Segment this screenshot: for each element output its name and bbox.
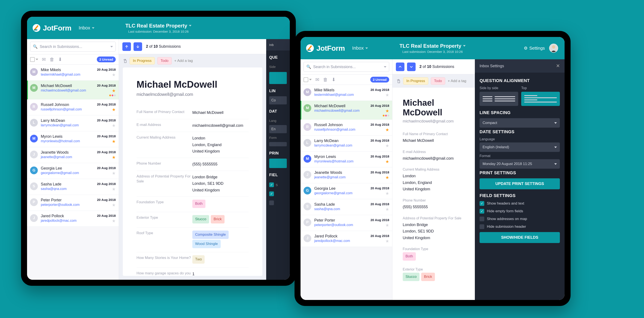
list-item[interactable]: PPeter Porterpeterporter@outlook.com20 A… [300, 215, 392, 231]
logo-icon [33, 24, 40, 32]
star-icon[interactable]: ★ [112, 218, 116, 223]
list-item[interactable]: MMyron Lewismyronlewis@hotmail.com20 Aug… [300, 151, 392, 167]
user-avatar[interactable] [549, 44, 558, 53]
checkbox-show-headers[interactable]: ✓Show headers and text [480, 201, 560, 206]
star-icon[interactable]: ★ [112, 155, 116, 160]
star-icon[interactable]: ★ [112, 88, 116, 93]
list-item-meta: 20 Aug 2018★ [370, 154, 389, 164]
list-item[interactable]: RRussell Johnsonrusselljohnson@gmail.com… [27, 100, 119, 115]
list-item[interactable]: JJared Pollockjaredpollock@mac.com20 Aug… [27, 211, 119, 227]
next-button[interactable] [134, 42, 142, 51]
inbox-dropdown[interactable]: Inbox [79, 25, 95, 31]
list-item[interactable]: MMyron Lewismyronlewis@hotmail.com20 Aug… [27, 131, 119, 147]
line-spacing-select[interactable]: Compact [480, 118, 560, 128]
list-item[interactable]: MMichael McDowellmichaelmcdowell@gmail.c… [300, 101, 392, 120]
tag-todo[interactable]: Todo [431, 77, 445, 85]
list-item[interactable]: PPeter Porterpeterporter@outlook.com20 A… [27, 195, 119, 211]
list-item[interactable]: LLarry McDeanlarrymcdean@gmail.com20 Aug… [300, 136, 392, 151]
list-item[interactable]: RRussell Johnsonrusselljohnson@gmail.com… [300, 120, 392, 136]
inbox-dropdown[interactable]: Inbox [352, 45, 368, 51]
select-all-checkbox[interactable] [30, 57, 35, 62]
checkbox-hide-empty[interactable]: ✓Hide empty form fields [480, 209, 560, 214]
avatar-initial: R [30, 103, 38, 111]
list-item[interactable]: MMike Mikelstestermikhael@gmail.com20 Au… [27, 65, 119, 81]
next-button[interactable] [407, 63, 416, 71]
star-icon[interactable]: ★ [385, 127, 389, 132]
star-icon[interactable]: ★ [385, 143, 389, 148]
tag-in-progress[interactable]: In Progress [403, 77, 428, 85]
list-item-meta: 20 Aug 2018★ [97, 198, 116, 208]
close-icon[interactable]: ✕ [556, 63, 560, 69]
list-item[interactable]: MMike Mikelstestermikhael@gmail.com20 Au… [300, 85, 392, 101]
list-item[interactable]: JJeanette Woodsjeanette@gmail.com20 Aug … [27, 147, 119, 163]
list-item[interactable]: JJeanette Woodsjeanette@gmail.com20 Aug … [300, 167, 392, 183]
star-icon[interactable]: ★ [112, 171, 116, 176]
update-print-button[interactable]: UPDATE PRINT SETTINGS [480, 178, 560, 189]
field-row: Phone Number(555) 5555555 [136, 158, 248, 171]
list-item[interactable]: MMichael McDowellmichaelmcdowell@gmail.c… [27, 81, 119, 100]
tag-in-progress[interactable]: In Progress [130, 57, 155, 65]
star-icon[interactable]: ★ [112, 139, 116, 144]
list-item[interactable]: SSasha Ladesasha@qna.com20 Aug 2018★ [300, 199, 392, 215]
download-icon[interactable]: ⬇ [331, 77, 336, 83]
star-icon[interactable]: ★ [385, 238, 389, 244]
alignment-side-by-side[interactable]: Side by side [480, 86, 518, 106]
star-icon[interactable]: ★ [385, 223, 389, 228]
prev-button[interactable] [122, 42, 131, 51]
star-icon[interactable]: ★ [112, 107, 116, 112]
trash-icon[interactable]: 🗑 [49, 57, 54, 62]
chip: Composite Shingle [192, 230, 228, 239]
list-item[interactable]: SSasha Ladesasha@qna.com20 Aug 2018★ [27, 179, 119, 195]
format-label: Format [480, 154, 560, 158]
list-item-name: Larry McDean [41, 118, 94, 123]
star-icon[interactable]: ★ [112, 72, 116, 77]
star-icon[interactable]: ★ [112, 186, 116, 192]
mail-icon[interactable]: ✉ [315, 77, 320, 83]
list-item[interactable]: JJared Pollockjaredpollock@mac.com20 Aug… [300, 231, 392, 247]
list-item[interactable]: GGeorgia Leegeorgialorne@gmail.com20 Aug… [300, 183, 392, 199]
unread-badge[interactable]: 2 Unread [97, 57, 116, 62]
mail-icon[interactable]: ✉ [41, 57, 46, 62]
star-icon[interactable]: ★ [385, 175, 389, 180]
submissions-list[interactable]: MMike Mikelstestermikhael@gmail.com20 Au… [27, 65, 119, 280]
field-value: StuccoBrick [192, 215, 248, 224]
chevron-down-icon[interactable] [36, 59, 38, 60]
settings-button[interactable]: ⚙ Settings [524, 46, 545, 51]
chip: Stucco [403, 273, 420, 281]
field-row: Current Mailing AddressLondonLondon, Eng… [136, 132, 248, 158]
checkbox-show-map[interactable]: Show addresses on map [480, 217, 560, 221]
search-input[interactable]: 🔍 Search in Submissions... [30, 42, 116, 52]
star-icon[interactable]: ★ [112, 123, 116, 128]
language-select[interactable]: English (Ireland) [480, 142, 560, 152]
chip: Wood Shingle [192, 240, 221, 248]
select-all-checkbox[interactable] [304, 77, 308, 82]
chevron-down-icon[interactable] [309, 79, 312, 80]
list-item[interactable]: LLarry McDeanlarrymcdean@gmail.com20 Aug… [27, 115, 119, 131]
search-input[interactable]: 🔍 Search in Submissions... [304, 62, 389, 72]
detail-card: Michael McDowell michaelmcdowell@gmail.c… [392, 88, 475, 300]
submissions-list[interactable]: MMike Mikelstestermikhael@gmail.com20 Au… [300, 85, 392, 300]
unread-badge[interactable]: 2 Unread [370, 77, 389, 83]
add-tag-button[interactable]: + Add a tag [448, 79, 466, 83]
trash-icon[interactable]: 🗑 [323, 77, 328, 83]
alignment-top[interactable]: Top [521, 86, 560, 106]
list-item-email: larrymcdean@gmail.com [41, 123, 94, 127]
checkbox-hide-header[interactable]: Hide submission header [480, 224, 560, 229]
tag-todo[interactable]: Todo [157, 57, 172, 65]
star-icon[interactable]: ★ [385, 92, 389, 98]
star-icon[interactable]: ★ [385, 159, 389, 164]
star-icon[interactable]: ★ [112, 202, 116, 208]
list-item-meta: 20 Aug 2018★ [97, 68, 116, 77]
star-icon[interactable]: ★ [385, 191, 389, 196]
star-icon[interactable]: ★ [385, 207, 389, 212]
form-title[interactable]: TLC Real Estate Property [400, 43, 466, 49]
form-title[interactable]: TLC Real Estate Property [125, 23, 192, 29]
prev-button[interactable] [396, 63, 404, 71]
download-icon[interactable]: ⬇ [58, 57, 63, 62]
add-tag-button[interactable]: + Add a tag [174, 59, 193, 63]
format-select[interactable]: Monday 20 August 2018 11:25 [480, 159, 560, 169]
list-item[interactable]: GGeorgia Leegeorgialorne@gmail.com20 Aug… [27, 163, 119, 179]
show-hide-fields-button[interactable]: SHOW/HIDE FIELDS [480, 232, 560, 243]
list-item-name: Russell Johnson [41, 103, 94, 107]
star-icon[interactable]: ★ [385, 108, 389, 113]
